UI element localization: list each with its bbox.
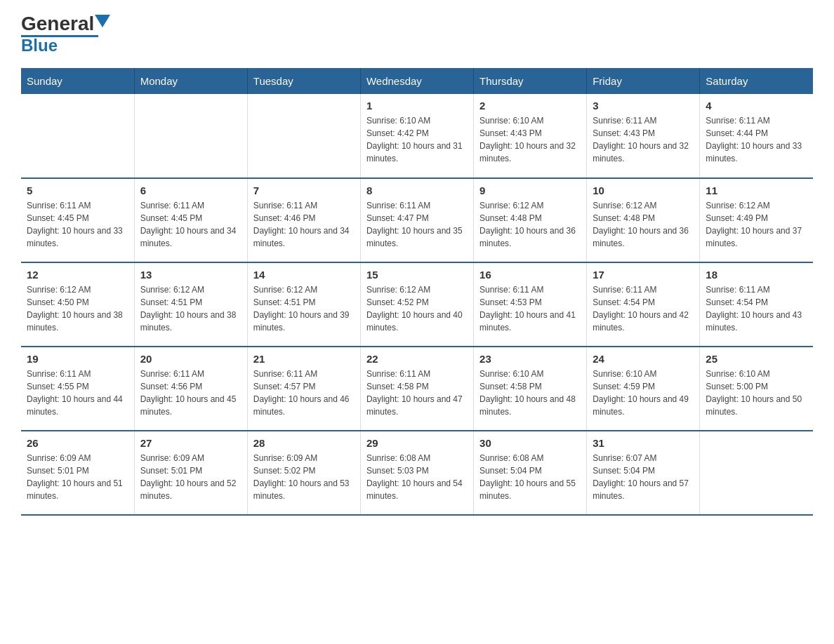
day-number: 26 xyxy=(27,437,128,449)
header-thursday: Thursday xyxy=(474,68,587,94)
calendar-header-row: SundayMondayTuesdayWednesdayThursdayFrid… xyxy=(21,68,813,94)
calendar-cell: 31Sunrise: 6:07 AM Sunset: 5:04 PM Dayli… xyxy=(587,431,700,515)
calendar-cell: 8Sunrise: 6:11 AM Sunset: 4:47 PM Daylig… xyxy=(360,178,473,262)
day-number: 23 xyxy=(479,353,581,365)
calendar-cell: 1Sunrise: 6:10 AM Sunset: 4:42 PM Daylig… xyxy=(360,94,473,178)
day-number: 10 xyxy=(593,185,694,196)
calendar-cell: 29Sunrise: 6:08 AM Sunset: 5:03 PM Dayli… xyxy=(360,431,473,515)
calendar-cell: 15Sunrise: 6:12 AM Sunset: 4:52 PM Dayli… xyxy=(360,262,473,347)
header-saturday: Saturday xyxy=(700,68,813,94)
day-info: Sunrise: 6:11 AM Sunset: 4:54 PM Dayligh… xyxy=(593,283,694,334)
day-info: Sunrise: 6:11 AM Sunset: 4:55 PM Dayligh… xyxy=(27,368,128,418)
day-number: 17 xyxy=(593,269,694,281)
day-info: Sunrise: 6:11 AM Sunset: 4:56 PM Dayligh… xyxy=(140,368,241,418)
day-info: Sunrise: 6:09 AM Sunset: 5:01 PM Dayligh… xyxy=(140,452,241,502)
day-number: 9 xyxy=(479,185,581,196)
header-sunday: Sunday xyxy=(21,68,134,94)
day-number: 24 xyxy=(593,353,694,365)
calendar-cell: 21Sunrise: 6:11 AM Sunset: 4:57 PM Dayli… xyxy=(247,347,360,431)
day-info: Sunrise: 6:12 AM Sunset: 4:48 PM Dayligh… xyxy=(593,199,694,250)
day-number: 7 xyxy=(253,185,355,196)
day-number: 22 xyxy=(366,353,468,365)
day-info: Sunrise: 6:07 AM Sunset: 5:04 PM Dayligh… xyxy=(593,452,694,502)
calendar-cell: 4Sunrise: 6:11 AM Sunset: 4:44 PM Daylig… xyxy=(700,94,813,178)
day-info: Sunrise: 6:11 AM Sunset: 4:58 PM Dayligh… xyxy=(366,368,468,418)
day-number: 25 xyxy=(706,353,807,365)
svg-marker-0 xyxy=(95,15,110,27)
day-info: Sunrise: 6:12 AM Sunset: 4:52 PM Dayligh… xyxy=(366,283,468,334)
day-info: Sunrise: 6:08 AM Sunset: 5:03 PM Dayligh… xyxy=(366,452,468,502)
header-wednesday: Wednesday xyxy=(360,68,473,94)
day-number: 5 xyxy=(27,185,128,196)
week-row-1: 1Sunrise: 6:10 AM Sunset: 4:42 PM Daylig… xyxy=(21,94,813,178)
day-number: 18 xyxy=(706,269,807,281)
day-number: 30 xyxy=(479,437,581,449)
calendar-table: SundayMondayTuesdayWednesdayThursdayFrid… xyxy=(21,68,813,516)
calendar-cell: 3Sunrise: 6:11 AM Sunset: 4:43 PM Daylig… xyxy=(587,94,700,178)
day-number: 21 xyxy=(253,353,355,365)
calendar-cell: 16Sunrise: 6:11 AM Sunset: 4:53 PM Dayli… xyxy=(474,262,587,347)
day-info: Sunrise: 6:11 AM Sunset: 4:53 PM Dayligh… xyxy=(479,283,581,334)
day-info: Sunrise: 6:10 AM Sunset: 4:59 PM Dayligh… xyxy=(593,368,694,418)
week-row-2: 5Sunrise: 6:11 AM Sunset: 4:45 PM Daylig… xyxy=(21,178,813,262)
day-info: Sunrise: 6:11 AM Sunset: 4:57 PM Dayligh… xyxy=(253,368,355,418)
page-header: General Blue xyxy=(21,14,813,54)
day-number: 16 xyxy=(479,269,581,281)
calendar-cell: 23Sunrise: 6:10 AM Sunset: 4:58 PM Dayli… xyxy=(474,347,587,431)
calendar-cell: 22Sunrise: 6:11 AM Sunset: 4:58 PM Dayli… xyxy=(360,347,473,431)
day-number: 4 xyxy=(706,100,807,112)
calendar-cell: 10Sunrise: 6:12 AM Sunset: 4:48 PM Dayli… xyxy=(587,178,700,262)
header-tuesday: Tuesday xyxy=(247,68,360,94)
calendar-cell: 19Sunrise: 6:11 AM Sunset: 4:55 PM Dayli… xyxy=(21,347,134,431)
calendar-cell: 25Sunrise: 6:10 AM Sunset: 5:00 PM Dayli… xyxy=(700,347,813,431)
day-number: 20 xyxy=(140,353,241,365)
calendar-cell: 7Sunrise: 6:11 AM Sunset: 4:46 PM Daylig… xyxy=(247,178,360,262)
day-info: Sunrise: 6:11 AM Sunset: 4:54 PM Dayligh… xyxy=(706,283,807,334)
day-info: Sunrise: 6:11 AM Sunset: 4:46 PM Dayligh… xyxy=(253,199,355,250)
logo-blue: Blue xyxy=(21,37,58,54)
calendar-cell: 9Sunrise: 6:12 AM Sunset: 4:48 PM Daylig… xyxy=(474,178,587,262)
calendar-cell: 27Sunrise: 6:09 AM Sunset: 5:01 PM Dayli… xyxy=(134,431,247,515)
calendar-cell: 12Sunrise: 6:12 AM Sunset: 4:50 PM Dayli… xyxy=(21,262,134,347)
calendar-cell: 17Sunrise: 6:11 AM Sunset: 4:54 PM Dayli… xyxy=(587,262,700,347)
day-info: Sunrise: 6:10 AM Sunset: 4:58 PM Dayligh… xyxy=(479,368,581,418)
day-info: Sunrise: 6:10 AM Sunset: 4:43 PM Dayligh… xyxy=(479,114,581,165)
calendar-cell: 28Sunrise: 6:09 AM Sunset: 5:02 PM Dayli… xyxy=(247,431,360,515)
calendar-cell: 6Sunrise: 6:11 AM Sunset: 4:45 PM Daylig… xyxy=(134,178,247,262)
day-info: Sunrise: 6:08 AM Sunset: 5:04 PM Dayligh… xyxy=(479,452,581,502)
day-info: Sunrise: 6:10 AM Sunset: 5:00 PM Dayligh… xyxy=(706,368,807,418)
day-info: Sunrise: 6:11 AM Sunset: 4:47 PM Dayligh… xyxy=(366,199,468,250)
day-info: Sunrise: 6:12 AM Sunset: 4:49 PM Dayligh… xyxy=(706,199,807,250)
day-info: Sunrise: 6:12 AM Sunset: 4:51 PM Dayligh… xyxy=(253,283,355,334)
calendar-cell xyxy=(134,94,247,178)
day-number: 13 xyxy=(140,269,241,281)
day-number: 29 xyxy=(366,437,468,449)
day-info: Sunrise: 6:10 AM Sunset: 4:42 PM Dayligh… xyxy=(366,114,468,165)
day-number: 2 xyxy=(479,100,581,112)
header-monday: Monday xyxy=(134,68,247,94)
header-friday: Friday xyxy=(587,68,700,94)
day-number: 14 xyxy=(253,269,355,281)
day-number: 8 xyxy=(366,185,468,196)
day-info: Sunrise: 6:12 AM Sunset: 4:48 PM Dayligh… xyxy=(479,199,581,250)
day-number: 27 xyxy=(140,437,241,449)
calendar-cell: 14Sunrise: 6:12 AM Sunset: 4:51 PM Dayli… xyxy=(247,262,360,347)
calendar-cell: 13Sunrise: 6:12 AM Sunset: 4:51 PM Dayli… xyxy=(134,262,247,347)
day-number: 12 xyxy=(27,269,128,281)
week-row-4: 19Sunrise: 6:11 AM Sunset: 4:55 PM Dayli… xyxy=(21,347,813,431)
day-info: Sunrise: 6:11 AM Sunset: 4:45 PM Dayligh… xyxy=(140,199,241,250)
logo-triangle-icon xyxy=(95,15,110,30)
calendar-cell: 20Sunrise: 6:11 AM Sunset: 4:56 PM Dayli… xyxy=(134,347,247,431)
day-info: Sunrise: 6:11 AM Sunset: 4:44 PM Dayligh… xyxy=(706,114,807,165)
logo-general: General xyxy=(21,14,94,34)
calendar-cell: 18Sunrise: 6:11 AM Sunset: 4:54 PM Dayli… xyxy=(700,262,813,347)
day-number: 1 xyxy=(366,100,468,112)
calendar-cell: 2Sunrise: 6:10 AM Sunset: 4:43 PM Daylig… xyxy=(474,94,587,178)
week-row-5: 26Sunrise: 6:09 AM Sunset: 5:01 PM Dayli… xyxy=(21,431,813,515)
calendar-cell xyxy=(247,94,360,178)
day-number: 19 xyxy=(27,353,128,365)
day-info: Sunrise: 6:11 AM Sunset: 4:43 PM Dayligh… xyxy=(593,114,694,165)
calendar-cell: 24Sunrise: 6:10 AM Sunset: 4:59 PM Dayli… xyxy=(587,347,700,431)
logo: General Blue xyxy=(21,14,110,54)
day-number: 6 xyxy=(140,185,241,196)
